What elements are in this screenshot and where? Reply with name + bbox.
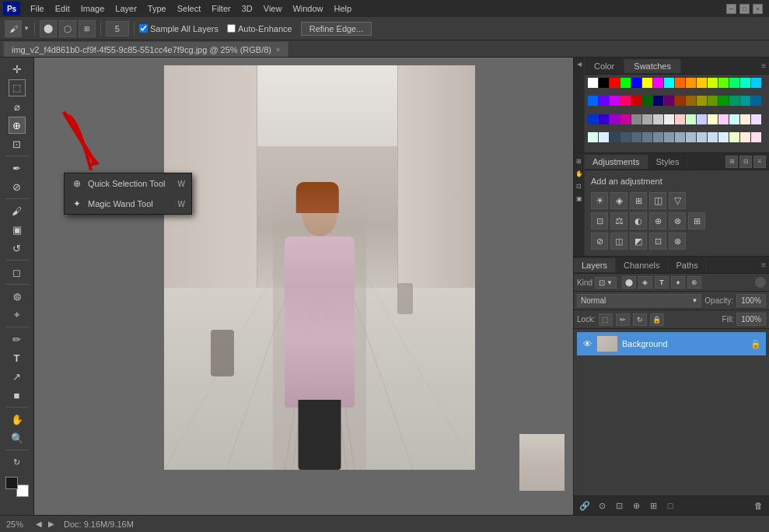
swatch[interactable] [664,114,674,124]
swatch[interactable] [588,96,598,106]
layer-filter-adj[interactable]: ◈ [638,276,652,289]
swatch[interactable] [599,78,609,88]
adj-brightness-btn[interactable]: ☀ [591,192,608,209]
link-layers-btn[interactable]: 🔗 [577,499,592,513]
adj-hsl-btn[interactable]: ⊡ [591,212,608,229]
adj-panel-icon2[interactable]: ⊟ [739,156,752,168]
stamp-tool-btn[interactable]: ▣ [9,221,26,238]
paths-tab[interactable]: Paths [669,258,707,272]
adj-vibrance-btn[interactable]: ▽ [669,192,686,209]
adj-exposure-btn[interactable]: ◫ [649,192,666,209]
swatch[interactable] [708,96,718,106]
blend-mode-select[interactable]: Normal ▼ [577,294,701,307]
swatch[interactable] [653,114,663,124]
swatch[interactable] [664,132,674,142]
context-menu-item-quick-selection[interactable]: ⊕ Quick Selection Tool W [65,173,191,194]
foreground-color-swatch[interactable] [5,477,18,489]
layer-filter-shape[interactable]: ♦ [671,276,685,289]
add-mask-btn[interactable]: ⊡ [611,499,627,513]
styles-tab[interactable]: Styles [648,155,688,169]
swatch[interactable] [610,114,620,124]
add-adjustment-btn[interactable]: ⊕ [628,499,644,513]
swatch[interactable] [620,96,631,106]
add-style-btn[interactable]: ⊙ [594,499,610,513]
menu-layer[interactable]: Layer [110,2,142,15]
swatch[interactable] [599,114,609,124]
brush-shape-btn[interactable]: ◯ [59,20,76,37]
menu-window[interactable]: Window [287,2,328,15]
window-minimize-button[interactable]: ─ [726,4,736,14]
status-arrow-left[interactable]: ◀ [36,520,42,528]
swatch[interactable] [620,132,631,142]
swatch[interactable] [642,114,652,124]
quick-selection-tool-btn[interactable]: ⊕ [9,117,26,134]
swatch[interactable] [718,96,729,106]
layers-tab[interactable]: Layers [574,258,616,272]
refine-edge-button[interactable]: Refine Edge... [301,22,372,36]
marquee-tool-btn[interactable]: ⬚ [9,79,26,96]
window-maximize-button[interactable]: □ [739,4,750,14]
lock-artboard-btn[interactable]: ↻ [633,313,647,326]
swatch[interactable] [675,114,685,124]
brush-tool-btn[interactable]: ⬤ [40,20,57,37]
swatch[interactable] [599,96,609,106]
swatch[interactable] [729,78,739,88]
blur-tool-btn[interactable]: ◍ [9,288,26,305]
layer-filter-smart[interactable]: ⊕ [687,276,701,289]
layer-filter-type[interactable]: T [655,276,669,289]
swatch[interactable] [653,96,663,106]
swatch[interactable] [697,114,707,124]
swatch[interactable] [642,78,652,88]
swatch[interactable] [631,78,641,88]
brush-tool-btn2[interactable]: 🖌 [9,202,26,219]
swatch[interactable] [610,132,620,142]
healing-tool-btn[interactable]: ⊘ [9,178,26,195]
swatch[interactable] [697,96,707,106]
eraser-tool-btn[interactable]: ◻ [9,264,26,281]
layer-filter-toggle[interactable] [755,277,766,288]
adj-colorbalance-btn[interactable]: ⚖ [610,212,627,229]
swatch[interactable] [631,132,641,142]
swatch[interactable] [642,96,652,106]
layer-visibility-icon[interactable]: 👁 [582,338,592,349]
swatch[interactable] [708,114,718,124]
swatch[interactable] [588,78,598,88]
new-layer-btn[interactable]: □ [662,499,678,513]
menu-file[interactable]: File [25,2,50,15]
swatch[interactable] [686,114,696,124]
swatch[interactable] [664,78,674,88]
swatch[interactable] [599,132,609,142]
swatch[interactable] [729,114,739,124]
adj-selectivecolor-btn[interactable]: ⊗ [669,233,686,250]
swatch[interactable] [631,96,641,106]
opacity-value[interactable]: 100% [736,294,766,307]
layers-panel-menu[interactable]: ≡ [761,261,766,269]
menu-help[interactable]: Help [329,2,358,15]
history-brush-btn[interactable]: ↺ [9,240,26,257]
adj-gradient-btn[interactable]: ⊡ [649,233,666,250]
zoom-tool-btn[interactable]: 🔍 [9,429,26,446]
window-close-button[interactable]: × [753,4,763,14]
swatch[interactable] [675,96,685,106]
status-arrow-right[interactable]: ▶ [48,520,54,528]
background-color-swatch[interactable] [16,485,29,497]
panel-collapse-strip[interactable]: ◀ [574,58,585,152]
swatch[interactable] [729,132,739,142]
adj-bw-btn[interactable]: ◐ [630,212,647,229]
swatch[interactable] [588,132,598,142]
eyedropper-tool-btn[interactable]: ✒ [9,159,26,177]
swatch[interactable] [675,132,685,142]
swatch[interactable] [708,132,718,142]
crop-tool-btn[interactable]: ⊡ [9,135,26,152]
menu-view[interactable]: View [258,2,288,15]
swatch[interactable] [686,132,696,142]
adj-channelmixer-btn[interactable]: ⊗ [669,212,686,229]
lock-pixel-btn[interactable]: ⬚ [599,313,613,326]
swatch[interactable] [718,132,729,142]
chevron-down-icon[interactable]: ▼ [23,25,30,32]
swatch[interactable] [718,114,729,124]
swatch[interactable] [697,78,707,88]
hand-tool-btn[interactable]: ✋ [9,411,26,428]
sample-all-layers-checkbox[interactable]: Sample All Layers [139,24,218,33]
filter-kind-select[interactable]: ⊡▼ [595,277,617,289]
